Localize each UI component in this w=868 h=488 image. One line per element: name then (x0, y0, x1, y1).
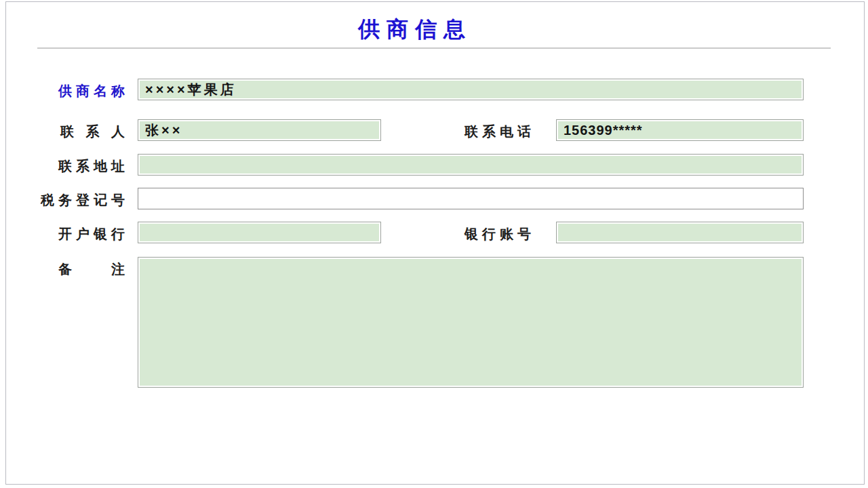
bank-account-input[interactable] (556, 222, 804, 243)
title-divider (37, 47, 831, 49)
supplier-name-label: 供商名称 (26, 82, 129, 100)
page-title: 供商信息 (0, 15, 868, 45)
supplier-name-input[interactable] (138, 79, 804, 100)
contact-phone-label: 联系电话 (465, 123, 546, 141)
tax-reg-no-input[interactable] (138, 188, 804, 209)
contact-phone-input[interactable] (556, 119, 804, 141)
remarks-textarea[interactable] (138, 257, 804, 388)
contact-address-label: 联系地址 (26, 157, 129, 176)
tax-reg-no-label: 税务登记号 (26, 191, 129, 209)
deposit-bank-label: 开户银行 (26, 225, 129, 243)
contact-person-input[interactable] (138, 119, 381, 141)
contact-address-input[interactable] (138, 154, 804, 176)
deposit-bank-input[interactable] (138, 222, 381, 243)
contact-person-label: 联 系 人 (26, 123, 129, 141)
remarks-label: 备 注 (26, 260, 129, 279)
supplier-info-page: 供商信息 供商名称 联 系 人 联系电话 联系地址 税务登记号 开户银行 银行账… (0, 0, 868, 488)
bank-account-label: 银行账号 (465, 225, 546, 243)
